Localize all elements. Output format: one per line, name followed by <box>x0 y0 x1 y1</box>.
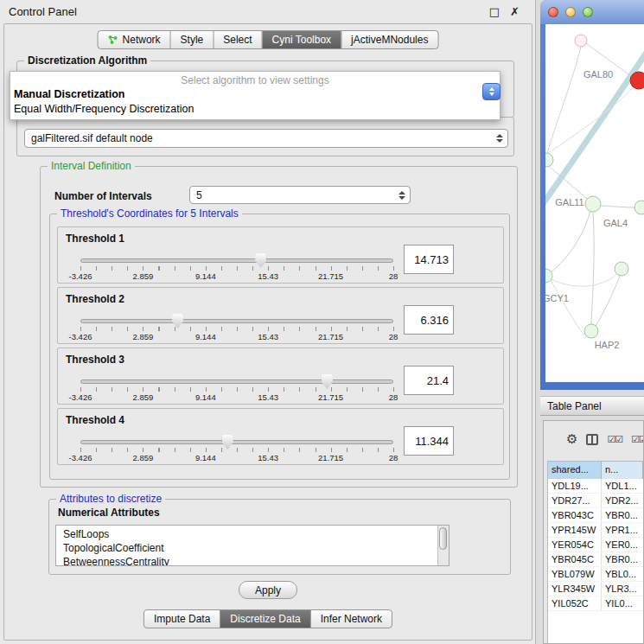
apply-button[interactable]: Apply <box>239 581 297 599</box>
slider-ticks <box>80 266 394 271</box>
node-label: HAP2 <box>595 340 620 350</box>
table-cell[interactable]: YPR145W <box>548 523 602 537</box>
table-row[interactable]: YBR045C YBR0... <box>548 552 643 567</box>
table-header-row: shared... n... <box>548 462 643 479</box>
table-cell[interactable]: YIL0... <box>602 596 643 610</box>
columns-icon[interactable] <box>586 434 598 445</box>
window-title: Control Panel <box>9 5 77 18</box>
tab-label: Impute Data <box>154 613 210 625</box>
threshold-4-value-field[interactable]: 11.344 <box>404 426 454 456</box>
table-row[interactable]: YPR145W YPR1... <box>548 523 643 538</box>
column-header-shared-name[interactable]: shared... <box>548 462 602 479</box>
table-data-combobox-value: galFiltered.sif default node <box>31 132 491 144</box>
number-of-intervals-combobox[interactable]: 5 <box>189 186 411 204</box>
table-data-combobox[interactable]: galFiltered.sif default node <box>24 129 508 148</box>
table-row[interactable]: YER054C YER0... <box>548 538 643 552</box>
tab-infer-network[interactable]: Infer Network <box>311 610 392 628</box>
tab-label: jActiveMNodules <box>351 34 428 46</box>
threshold-panel-2: Threshold 2 -3.426 2.859 9.144 15.43 21.… <box>57 287 504 344</box>
attributes-list-scrollbar[interactable] <box>437 526 449 565</box>
threshold-2-slider[interactable] <box>80 319 393 323</box>
network-node-gal11[interactable] <box>545 153 553 167</box>
list-item[interactable]: TopologicalCoefficient <box>63 541 437 555</box>
table-row[interactable]: YDL19... YDL1... <box>548 479 643 494</box>
tab-jactivemnodules[interactable]: jActiveMNodules <box>341 31 437 48</box>
threshold-2-value-field[interactable]: 6.316 <box>404 305 454 335</box>
table-cell[interactable]: YBL079W <box>548 567 602 581</box>
table-cell[interactable]: YPR1... <box>602 523 643 537</box>
table-cell[interactable]: YIL052C <box>548 596 602 610</box>
threshold-panel-3: Threshold 3 -3.426 2.859 9.144 15.43 21.… <box>57 348 504 405</box>
tab-select[interactable]: Select <box>214 31 262 48</box>
threshold-1-slider[interactable] <box>80 258 393 263</box>
network-node-hap2[interactable] <box>584 324 598 338</box>
scale-label: 9.144 <box>195 332 216 341</box>
threshold-4-slider[interactable] <box>80 440 393 444</box>
table-cell[interactable]: YER0... <box>602 538 643 552</box>
close-window-icon[interactable]: ✗ <box>510 5 520 18</box>
desktop: Control Panel □ ✗ Network Style Select <box>0 0 644 644</box>
algorithm-option-manual[interactable]: Manual Discretization <box>10 87 500 102</box>
algorithm-option-equal-width[interactable]: Equal Width/Frequency Discretization <box>10 102 500 117</box>
network-node[interactable] <box>634 201 644 214</box>
algorithm-combo-stepper[interactable] <box>482 83 501 100</box>
tab-label: Cyni Toolbox <box>272 34 331 46</box>
scale-label: 28 <box>389 392 399 402</box>
scale-label: 28 <box>389 271 399 281</box>
threshold-3-slider[interactable] <box>80 379 393 384</box>
control-panel-body: Network Style Select Cyni Toolbox jActiv… <box>3 23 532 641</box>
list-item[interactable]: BetweennessCentrality <box>63 555 437 566</box>
tab-cyni-toolbox[interactable]: Cyni Toolbox <box>263 31 341 48</box>
table-cell[interactable]: YLR3... <box>602 582 643 596</box>
tab-network[interactable]: Network <box>99 31 171 48</box>
network-node-selected-red[interactable] <box>630 72 644 89</box>
scale-label: 21.715 <box>318 392 343 402</box>
select-all-icon[interactable]: ☑☑ <box>607 434 622 445</box>
table-cell[interactable]: YBL0... <box>602 567 643 581</box>
float-window-icon[interactable]: □ <box>489 5 500 18</box>
network-node[interactable] <box>615 262 628 276</box>
table-cell[interactable]: YDL1... <box>602 479 643 493</box>
tab-discretize-data[interactable]: Discretize Data <box>220 610 310 628</box>
plugin-tab-bar: Network Style Select Cyni Toolbox jActiv… <box>98 30 439 49</box>
network-node[interactable] <box>575 35 587 47</box>
scale-label: 21.715 <box>318 271 343 281</box>
table-cell[interactable]: YBR043C <box>548 508 602 522</box>
table-cell[interactable]: YDR27... <box>548 494 602 507</box>
scale-label: 15.43 <box>258 271 278 281</box>
list-item[interactable]: SelfLoops <box>63 527 437 541</box>
algorithm-placeholder: Select algorithm to view settings <box>10 73 500 87</box>
table-row[interactable]: YBL079W YBL0... <box>548 567 643 582</box>
gear-icon[interactable]: ⚙ <box>566 433 577 446</box>
table-cell[interactable]: YBR045C <box>548 552 602 566</box>
threshold-1-value-field[interactable]: 14.713 <box>404 245 454 274</box>
table-cell[interactable]: YLR345W <box>548 582 602 596</box>
table-cell[interactable]: YBR0... <box>602 552 643 566</box>
tab-style[interactable]: Style <box>171 31 214 48</box>
mac-minimize-button[interactable] <box>565 7 576 17</box>
threshold-3-value-field[interactable]: 21.4 <box>404 366 454 395</box>
numerical-attributes-label: Numerical Attributes <box>58 507 160 519</box>
mac-close-button[interactable] <box>548 7 558 17</box>
table-row[interactable]: YBR043C YBR0... <box>548 508 643 523</box>
table-row[interactable]: YIL052C YIL0... <box>548 596 643 611</box>
scale-label: 2.859 <box>133 392 154 402</box>
table-row[interactable]: YLR345W YLR3... <box>548 582 643 596</box>
column-header-name[interactable]: n... <box>602 462 643 479</box>
table-row[interactable]: YDR27... YDR2... <box>548 494 643 508</box>
table-panel: ⚙ ☑☑ ☑☑ shared... n... YDL19... YDL1... … <box>543 420 644 644</box>
deselect-all-icon[interactable]: ☑☑ <box>631 434 643 445</box>
table-cell[interactable]: YDL19... <box>548 479 602 493</box>
table-cell[interactable]: YDR2... <box>602 494 643 507</box>
attributes-list: SelfLoops TopologicalCoefficient Between… <box>55 525 450 566</box>
network-node-gal4[interactable] <box>585 196 601 212</box>
table-cell[interactable]: YBR0... <box>602 508 643 522</box>
edge <box>547 85 635 154</box>
network-canvas[interactable]: GAL80 GAL11 GAL4 GCY1 HAP2 <box>545 24 644 382</box>
scrollbar-thumb[interactable] <box>439 527 447 550</box>
edge <box>551 280 586 337</box>
table-cell[interactable]: YER054C <box>548 538 602 552</box>
mac-zoom-button[interactable] <box>583 7 593 17</box>
tab-impute-data[interactable]: Impute Data <box>144 610 220 628</box>
scale-label: 28 <box>389 332 399 341</box>
